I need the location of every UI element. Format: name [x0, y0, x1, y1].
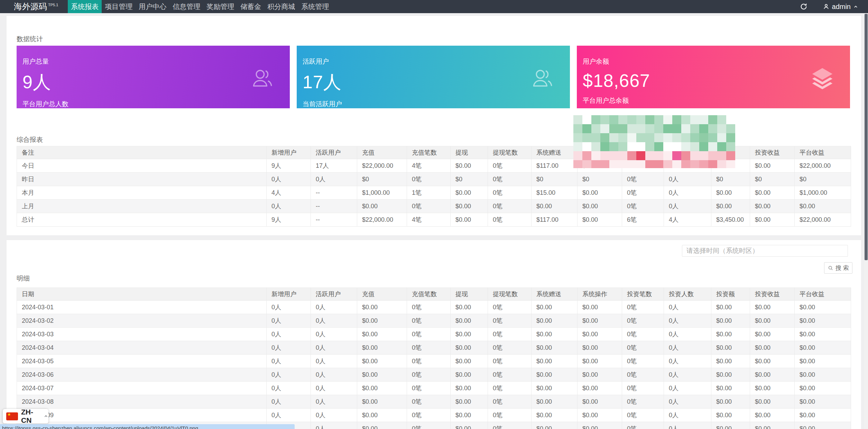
language-label: ZH-CN [21, 408, 40, 425]
stat-title: 用户余额 [583, 57, 850, 66]
column-header: 系统操作 [578, 288, 622, 301]
username: admin [832, 3, 851, 11]
column-header: 活跃用户 [311, 146, 357, 159]
table-cell: 0笔 [488, 409, 532, 422]
table-cell: 0笔 [407, 173, 451, 186]
table-cell: 17人 [311, 159, 357, 173]
stat-card-active-users: 活跃用户 17人 当前活跃用户 [297, 46, 570, 108]
users-icon [530, 66, 555, 91]
stat-subtitle: 平台用户总人数 [22, 100, 290, 109]
table-cell: 0笔 [488, 173, 532, 186]
table-cell: $0 [750, 173, 795, 186]
table-cell: 2024-03-08 [17, 395, 267, 409]
table-cell: $0.00 [357, 409, 407, 422]
table-cell: 1笔 [407, 186, 451, 200]
nav-item-reward-management[interactable]: 奖励管理 [203, 0, 237, 13]
navbar-right: admin [800, 3, 858, 11]
user-menu[interactable]: admin [823, 3, 858, 11]
table-cell: 0人 [267, 314, 311, 328]
table-cell: $0.00 [750, 213, 795, 227]
nav-item-project-management[interactable]: 项目管理 [102, 0, 136, 13]
table-cell: 0笔 [488, 341, 532, 355]
table-cell: 0人 [267, 382, 311, 395]
column-header: 提现笔数 [488, 146, 532, 159]
table-row: 昨日0人0人$00笔$00笔$0$00笔0人$0$0$0 [17, 173, 851, 186]
table-cell: $0.00 [357, 395, 407, 409]
table-cell: $0.00 [357, 301, 407, 314]
table-cell: 0人 [664, 314, 711, 328]
app-logo[interactable]: 海外源码TP5.1 [14, 1, 58, 12]
table-cell: $0.00 [578, 200, 622, 213]
table-cell: $0.00 [532, 341, 578, 355]
nav-item-info-management[interactable]: 信息管理 [169, 0, 203, 13]
date-range-input[interactable] [682, 245, 848, 257]
table-row: 2024-03-080人0人$0.000笔$0.000笔$0.00$0.000笔… [17, 395, 851, 409]
table-cell: 0笔 [622, 341, 664, 355]
table-cell: $0.00 [750, 301, 795, 314]
table-cell: 0笔 [622, 200, 664, 213]
table-cell: $0.00 [795, 314, 851, 328]
table-cell: 0人 [311, 341, 357, 355]
table-cell: $0.00 [750, 355, 795, 368]
table-cell: $0.00 [750, 328, 795, 341]
column-header: 系统赠送 [532, 288, 578, 301]
table-cell: $0.00 [795, 301, 851, 314]
summary-table-container: 备注新增用户活跃用户充值充值笔数提现提现笔数系统赠送系统操作投资笔数投资人数投资… [17, 146, 851, 227]
stats-panel: 数据统计 用户总量 9人 平台用户总人数 活跃用户 17人 当前活跃用户 用户余… [7, 16, 861, 235]
stat-title: 活跃用户 [303, 57, 570, 66]
scrollbar-track[interactable] [864, 13, 868, 429]
detail-panel: 搜 索 明细 日期新增用户活跃用户充值充值笔数提现提现笔数系统赠送系统操作投资笔… [7, 240, 861, 429]
table-cell: $0.00 [578, 328, 622, 341]
table-row: 本月4人--$1,000.001笔$0.000笔$15.00$0.000笔0人$… [17, 186, 851, 200]
table-cell [711, 159, 750, 173]
column-header: 充值 [357, 146, 407, 159]
table-cell: 2024-03-03 [17, 328, 267, 341]
table-row: 2024-03-050人0人$0.000笔$0.000笔$0.00$0.000笔… [17, 355, 851, 368]
nav-item-system-reports[interactable]: 系统报表 [68, 0, 102, 13]
table-cell: 0人 [267, 368, 311, 382]
table-cell: $1,000.00 [795, 186, 851, 200]
table-cell: 0人 [311, 382, 357, 395]
nav-item-system-management[interactable]: 系统管理 [298, 0, 332, 13]
table-cell: $0.00 [451, 328, 488, 341]
table-cell: $0.00 [578, 382, 622, 395]
table-cell: $0.00 [578, 301, 622, 314]
table-cell: 0笔 [622, 395, 664, 409]
stat-cards-row: 用户总量 9人 平台用户总人数 活跃用户 17人 当前活跃用户 用户余额 $18… [17, 46, 850, 108]
table-cell: $0.00 [750, 341, 795, 355]
table-cell: 9人 [267, 159, 311, 173]
refresh-icon[interactable] [800, 3, 807, 10]
table-cell: 0笔 [488, 328, 532, 341]
table-cell: $0.00 [578, 409, 622, 422]
header-row: 备注新增用户活跃用户充值充值笔数提现提现笔数系统赠送系统操作投资笔数投资人数投资… [17, 146, 851, 159]
table-cell: $22,000.00 [357, 159, 407, 173]
app-logo-version: TP5.1 [48, 3, 58, 7]
table-cell: $0.00 [451, 200, 488, 213]
nav-item-user-center[interactable]: 用户中心 [136, 0, 169, 13]
table-cell: 2024-03-09 [17, 409, 267, 422]
table-cell: $0.00 [451, 382, 488, 395]
stat-card-user-balance: 用户余额 $18,667 平台用户总余额 [577, 46, 850, 108]
table-cell: $0 [357, 173, 407, 186]
table-cell: $1,000.00 [357, 186, 407, 200]
scrollbar-thumb[interactable] [865, 14, 868, 260]
table-cell: 本月 [17, 186, 267, 200]
table-cell: $0.00 [357, 422, 407, 429]
table-cell: $3,450.00 [711, 213, 750, 227]
table-cell: 0笔 [407, 314, 451, 328]
nav-item-points-mall[interactable]: 积分商城 [264, 0, 298, 13]
table-cell: $0.00 [711, 409, 750, 422]
table-cell: 2024-03-02 [17, 314, 267, 328]
search-button[interactable]: 搜 索 [824, 262, 852, 274]
nav-item-savings[interactable]: 储蓄金 [237, 0, 264, 13]
users-icon [250, 66, 275, 91]
table-cell: $0.00 [750, 382, 795, 395]
table-cell: 0人 [267, 301, 311, 314]
table-cell: $0.00 [532, 314, 578, 328]
table-cell: $0.00 [750, 395, 795, 409]
table-cell: 0人 [311, 173, 357, 186]
table-cell: 0笔 [622, 355, 664, 368]
table-cell: $0.00 [795, 368, 851, 382]
language-selector[interactable]: ★ ZH-CN [3, 409, 48, 423]
table-cell: $0 [451, 173, 488, 186]
